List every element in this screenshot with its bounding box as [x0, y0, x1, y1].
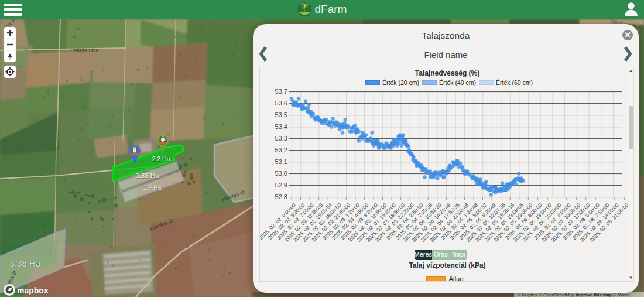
- svg-text:53,2: 53,2: [275, 146, 287, 153]
- svg-text:1.9 Ha: 1.9 Ha: [143, 184, 162, 191]
- svg-text:53,1: 53,1: [275, 158, 287, 165]
- svg-text:2.2 Ha: 2.2 Ha: [152, 155, 170, 162]
- svg-text:mapbox: mapbox: [17, 286, 49, 295]
- svg-text:52,9: 52,9: [275, 182, 287, 189]
- svg-text:53,0: 53,0: [275, 170, 287, 177]
- svg-text:Csárda utca: Csárda utca: [70, 47, 99, 53]
- svg-text:52,8: 52,8: [275, 193, 287, 200]
- svg-text:© Mapbox © OpenStreetMap Impro: © Mapbox © OpenStreetMap Improve this ma…: [518, 292, 630, 297]
- svg-text:3.36 Ha: 3.36 Ha: [10, 258, 41, 268]
- svg-text:53,6: 53,6: [275, 100, 287, 107]
- svg-text:53,4: 53,4: [275, 123, 287, 130]
- svg-text:0.83 Ha: 0.83 Ha: [135, 172, 159, 179]
- svg-text:53,3: 53,3: [275, 135, 287, 142]
- svg-text:53,5: 53,5: [275, 111, 287, 118]
- svg-text:53,7: 53,7: [275, 88, 287, 95]
